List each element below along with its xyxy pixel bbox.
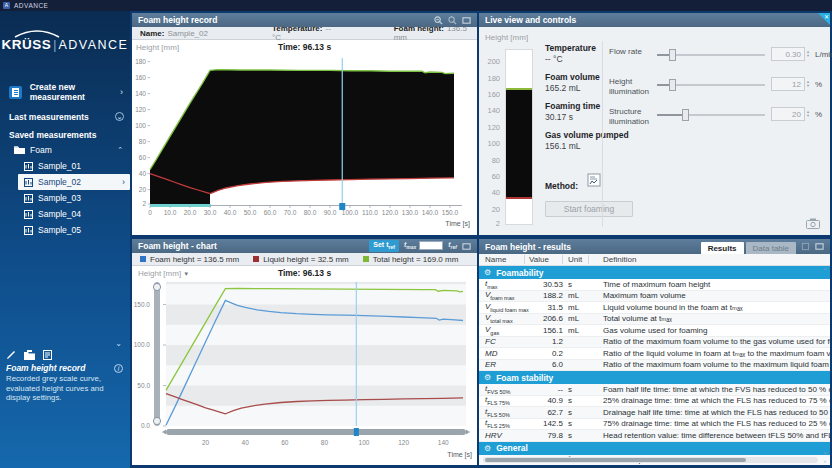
sidebar-item-sample_05[interactable]: Sample_05	[0, 222, 130, 238]
start-foaming-button[interactable]: Start foaming	[545, 201, 633, 217]
zoom-icon[interactable]	[448, 16, 457, 25]
sidebar-item-sample_03[interactable]: Sample_03	[0, 190, 130, 206]
sidebar-item-last-measurements[interactable]: Last measurements ⌄	[0, 109, 130, 124]
table-row[interactable]: FC1.2Ratio of the maximum foam volume to…	[479, 337, 830, 349]
set-tref-button[interactable]: Set tref	[369, 240, 399, 251]
notes-icon[interactable]	[6, 350, 16, 360]
table-row[interactable]: tFLS 50%62.7sDrainage half life time: ti…	[479, 407, 830, 419]
row-name: ER	[479, 360, 525, 369]
sidebar-item-sample_02[interactable]: Sample_02›	[18, 174, 130, 190]
scroll-right-icon[interactable]	[466, 430, 470, 435]
row-name: tFLS 25%	[479, 418, 525, 429]
info-text: Recorded grey scale curve, evaluated hei…	[6, 374, 124, 403]
export-folder-icon[interactable]	[24, 350, 35, 360]
chevron-up-icon[interactable]: ⌃	[117, 146, 123, 154]
table-row[interactable]: Vtotal max206.6mLTotal volume at tₘₐₓ	[479, 314, 830, 326]
tmax-label[interactable]: tmax	[404, 241, 416, 250]
row-unit: s	[563, 431, 589, 440]
results-horizontal-scrollbar[interactable]	[483, 457, 818, 463]
grey-scale-region	[150, 70, 454, 204]
camera-total-height-line	[506, 88, 532, 90]
camera-tick-label: 80	[492, 156, 500, 165]
sample-list: Sample_01Sample_02›Sample_03Sample_04Sam…	[0, 158, 130, 238]
time-cursor-handle[interactable]	[339, 203, 345, 210]
tab-results[interactable]: Results	[701, 242, 744, 254]
maximize-icon[interactable]	[815, 242, 824, 251]
scroll-left-icon[interactable]	[162, 430, 166, 435]
scrollbar-handle[interactable]	[485, 458, 746, 462]
svg-text:150.0: 150.0	[134, 301, 151, 308]
slider-label: Flow rate	[609, 47, 653, 57]
cursor-scroll-marker[interactable]	[354, 428, 359, 436]
sidebar-folder-foam[interactable]: Foam ⌃	[0, 142, 130, 157]
spinner-arrows-icon[interactable]: ▲▼	[806, 107, 813, 121]
slider-track[interactable]	[657, 54, 765, 56]
row-value: 1.2	[525, 337, 563, 346]
measurement-icon	[24, 178, 33, 187]
table-row[interactable]: tmax30.53sTime of maximum foam height	[479, 279, 830, 291]
slider-track[interactable]	[657, 84, 765, 86]
scroll-right-icon[interactable]: ›	[824, 458, 826, 464]
sample-label: Sample_02	[38, 177, 81, 187]
svg-text:0: 0	[148, 209, 152, 216]
zoom-handle-top[interactable]	[153, 283, 160, 290]
zoom-reset-icon[interactable]	[434, 16, 443, 25]
section-header-general[interactable]: ⚙General	[479, 442, 830, 455]
row-name: FC	[479, 337, 525, 346]
close-corner-icon[interactable]: ✕	[824, 13, 829, 20]
slider-handle[interactable]	[682, 109, 689, 121]
svg-text:60: 60	[139, 154, 147, 161]
svg-text:120: 120	[398, 439, 409, 446]
table-row[interactable]: Vgas156.1mLGas volume used for foaming	[479, 325, 830, 337]
sidebar-item-sample_01[interactable]: Sample_01	[0, 158, 130, 174]
slider-value-input[interactable]: 20	[771, 107, 805, 121]
create-new-measurement-button[interactable]: Create new measurement ›	[0, 81, 130, 103]
spinner-arrows-icon[interactable]: ▲▼	[806, 47, 813, 61]
method-icon[interactable]	[587, 173, 601, 187]
table-row[interactable]: Vliquid foam max31.5mLLiquid volume boun…	[479, 302, 830, 314]
time-input[interactable]	[419, 241, 443, 250]
table-row[interactable]: ER6.0Ratio of the maximum foam volume to…	[479, 360, 830, 372]
report-icon[interactable]	[43, 350, 52, 360]
results-vertical-scroll[interactable]: ⌃⌄	[821, 267, 829, 455]
sidebar-item-saved-measurements[interactable]: Saved measurements	[0, 127, 130, 142]
tab-data-table[interactable]: Data table	[746, 242, 796, 254]
zoom-handle-bottom[interactable]	[153, 417, 160, 424]
chart-panel-title: Foam height - chart	[138, 241, 217, 251]
slider-handle[interactable]	[669, 79, 676, 91]
slider-track[interactable]	[657, 114, 765, 116]
horizontal-scrollbar[interactable]	[166, 429, 466, 435]
sample-label: Sample_01	[38, 161, 81, 171]
chevron-down-circle-icon[interactable]: ⌄	[115, 112, 124, 121]
table-row[interactable]: tFVS 50%--sFoam half life time: time at …	[479, 384, 830, 396]
chevron-down-icon[interactable]: ⌄	[115, 339, 122, 348]
height-chart[interactable]: 0.050.0100.0150.020406080100120140Time […	[132, 280, 477, 468]
sidebar-item-sample_04[interactable]: Sample_04	[0, 206, 130, 222]
slider-value-input[interactable]: 0.30	[771, 47, 805, 61]
camera-icon[interactable]	[806, 218, 820, 229]
table-row[interactable]: MD0.2Ratio of the liquid volume in foam …	[479, 348, 830, 360]
spinner-arrows-icon[interactable]: ▲▼	[806, 77, 813, 91]
maximize-icon[interactable]	[462, 242, 471, 251]
chart-panel-header: Foam height - chart Set tref tmax tref	[132, 239, 477, 253]
info-icon[interactable]: i	[114, 364, 123, 373]
table-row[interactable]: HRV79.8sHead retention value: time diffe…	[479, 430, 830, 442]
svg-text:100: 100	[359, 439, 370, 446]
section-header-foam-stability[interactable]: ⚙Foam stability	[479, 371, 830, 384]
export-icon[interactable]	[801, 242, 810, 251]
tref-label[interactable]: tref	[448, 241, 457, 250]
new-measurement-icon	[9, 86, 22, 99]
row-value: 188.2	[525, 291, 563, 300]
slider-handle[interactable]	[669, 49, 676, 61]
gear-icon: ⚙	[484, 444, 491, 453]
maximize-icon[interactable]	[462, 16, 471, 25]
table-row[interactable]: Vfoam max188.2mLMaximum foam volume	[479, 291, 830, 303]
record-chart[interactable]: 010.020.030.040.050.060.070.080.090.0100…	[132, 54, 477, 236]
slider-value-input[interactable]: 12	[771, 77, 805, 91]
row-definition: 75% drainage time: time at which the FLS…	[589, 419, 830, 428]
section-header-foamability[interactable]: ⚙Foamability	[479, 266, 830, 279]
table-row[interactable]: tFLS 75%40.9s25% drainage time: time at …	[479, 396, 830, 408]
row-value: 142.5	[525, 419, 563, 428]
table-row[interactable]: tFLS 25%142.5s75% drainage time: time at…	[479, 419, 830, 431]
vertical-zoom-scrollbar[interactable]	[154, 282, 160, 426]
